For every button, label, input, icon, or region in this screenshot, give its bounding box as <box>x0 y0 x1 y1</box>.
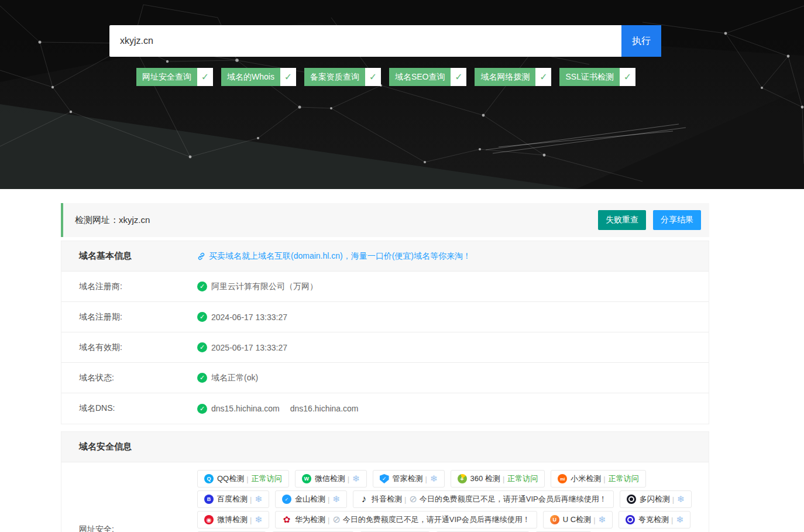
domain-status-value: 域名正常(ok) <box>211 373 258 383</box>
row-label: 域名有效期: <box>61 342 197 353</box>
badge-jinshan-detect[interactable]: ✓ 金山检测 | ❄ <box>275 490 347 508</box>
badge-wechat-detect[interactable]: W 微信检测 | ❄ <box>295 470 367 488</box>
360-icon: + <box>458 474 467 483</box>
quark-icon <box>626 515 635 524</box>
badge-douyin-detect[interactable]: ♪ 抖音检测 | ⊘ 今日的免费额度已不足，请开通VIP会员后再继续使用！ <box>353 490 614 508</box>
uc-icon: U <box>550 515 559 524</box>
row-label: 网址安全: <box>61 462 197 532</box>
row-label: 域名注册商: <box>61 282 197 292</box>
result-content: 检测网址：xkyjz.cn 失败重查 分享结果 域名基本信息 买卖域名就上域名互… <box>61 203 709 532</box>
check-icon: ✓ <box>197 282 207 291</box>
weibo-icon: ◉ <box>204 515 214 524</box>
loading-icon: ❄ <box>677 494 685 504</box>
option-label: 域名网络拨测 <box>475 68 535 86</box>
registration-date-value: 2024-06-17 13:33:27 <box>211 313 287 322</box>
section-title: 域名安全信息 <box>61 441 197 452</box>
page: 执行 网址安全查询 ✓ 域名的Whois ✓ 备案资质查询 ✓ 域名SEO查询 … <box>0 0 804 532</box>
option-ssl-cert[interactable]: SSL证书检测 ✓ <box>559 68 635 86</box>
result-header-bar: 检测网址：xkyjz.cn 失败重查 分享结果 <box>61 203 709 237</box>
douyin-icon: ♪ <box>360 495 368 504</box>
expiry-date-row: 域名有效期: ✓ 2025-06-17 13:33:27 <box>61 332 709 363</box>
badge-weibo-detect[interactable]: ◉ 微博检测 | ❄ <box>197 511 269 528</box>
option-network-probe[interactable]: 域名网络拨测 ✓ <box>475 68 551 86</box>
shield-icon: ✓ <box>380 474 389 483</box>
query-options: 网址安全查询 ✓ 域名的Whois ✓ 备案资质查询 ✓ 域名SEO查询 ✓ 域… <box>136 68 804 86</box>
option-label: 网址安全查询 <box>136 68 197 86</box>
promo-text: 买卖域名就上域名互联(domain.hl.cn)，海量一口价(便宜)域名等你来淘… <box>209 251 471 262</box>
option-label: 域名的Whois <box>221 68 280 86</box>
quota-exceeded-message: 今日的免费额度已不足，请开通VIP会员后再继续使用！ <box>343 514 530 525</box>
badge-row-2: B 百度检测 | ❄ ✓ 金山检测 | ❄ ♪ <box>197 490 692 508</box>
link-icon <box>197 252 205 260</box>
loading-icon: ❄ <box>352 473 360 484</box>
quota-exceeded-message: 今日的免费额度已不足，请开通VIP会员后再继续使用！ <box>420 494 607 504</box>
badge-row-1: Q QQ检测 | 正常访问 W 微信检测 | ❄ ✓ <box>197 470 692 488</box>
option-label: 备案资质查询 <box>304 68 365 86</box>
option-label: 域名SEO查询 <box>389 68 451 86</box>
checkbox-checked-icon[interactable]: ✓ <box>451 68 466 86</box>
badge-360-detect[interactable]: + 360 检测 | 正常访问 <box>451 470 545 488</box>
status-ok: 正常访问 <box>609 473 639 484</box>
retry-failed-button[interactable]: 失败重查 <box>598 210 646 230</box>
check-icon: ✓ <box>197 404 207 414</box>
basic-info-header-row: 域名基本信息 买卖域名就上域名互联(domain.hl.cn)，海量一口价(便宜… <box>61 241 709 272</box>
prohibited-icon: ⊘ <box>409 495 417 504</box>
loading-icon: ❄ <box>255 514 262 525</box>
badge-duoshan-detect[interactable]: 多闪检测 | ❄ <box>620 490 692 508</box>
xiaomi-icon: mi <box>558 474 567 483</box>
qq-icon: Q <box>204 474 214 483</box>
badge-xiaomi-detect[interactable]: mi 小米检测 | 正常访问 <box>551 470 645 488</box>
check-icon: ✓ <box>197 373 207 383</box>
badge-uc-detect[interactable]: U U C检测 | ❄ <box>543 511 613 528</box>
row-label: 域名注册期: <box>61 312 197 322</box>
search-input[interactable] <box>109 25 621 57</box>
kingsoft-icon: ✓ <box>282 495 291 504</box>
detection-badges: Q QQ检测 | 正常访问 W 微信检测 | ❄ ✓ <box>197 462 692 532</box>
badge-qq-detect[interactable]: Q QQ检测 | 正常访问 <box>197 470 289 488</box>
domain-market-promo-link[interactable]: 买卖域名就上域名互联(domain.hl.cn)，海量一口价(便宜)域名等你来淘… <box>197 251 471 262</box>
domain-search-bar: 执行 <box>109 25 661 57</box>
checkbox-checked-icon[interactable]: ✓ <box>197 68 213 86</box>
registrar-value: 阿里云计算有限公司（万网） <box>211 282 318 292</box>
badge-baidu-detect[interactable]: B 百度检测 | ❄ <box>197 490 269 508</box>
checkbox-checked-icon[interactable]: ✓ <box>620 68 635 86</box>
share-result-button[interactable]: 分享结果 <box>653 210 701 230</box>
domain-status-row: 域名状态: ✓ 域名正常(ok) <box>61 363 709 393</box>
execute-button[interactable]: 执行 <box>621 25 661 57</box>
row-label: 域名状态: <box>61 373 197 383</box>
status-ok: 正常访问 <box>252 473 282 484</box>
baidu-icon: B <box>204 495 214 504</box>
url-safety-row: 网址安全: Q QQ检测 | 正常访问 W 微信检测 | <box>61 462 709 532</box>
domain-basic-info-table: 域名基本信息 买卖域名就上域名互联(domain.hl.cn)，海量一口价(便宜… <box>61 241 709 424</box>
badge-huawei-detect[interactable]: ✿ 华为检测 | ⊘ 今日的免费额度已不足，请开通VIP会员后再继续使用！ <box>275 511 537 528</box>
option-icp-record[interactable]: 备案资质查询 ✓ <box>304 68 381 86</box>
huawei-icon: ✿ <box>282 515 291 524</box>
check-icon: ✓ <box>197 312 207 322</box>
expiry-date-value: 2025-06-17 13:33:27 <box>211 343 287 352</box>
checkbox-checked-icon[interactable]: ✓ <box>280 68 296 86</box>
loading-icon: ❄ <box>255 494 262 504</box>
badge-guanjia-detect[interactable]: ✓ 管家检测 | ❄ <box>373 470 445 488</box>
domain-security-info-table: 域名安全信息 网址安全: Q QQ检测 | 正常访问 W 微信检测 <box>61 431 709 532</box>
option-seo[interactable]: 域名SEO查询 ✓ <box>389 68 467 86</box>
loading-icon: ❄ <box>676 514 683 525</box>
badge-quark-detect[interactable]: 夸克检测 | ❄ <box>619 511 690 528</box>
security-info-header-row: 域名安全信息 <box>61 432 709 462</box>
hero-header: 执行 网址安全查询 ✓ 域名的Whois ✓ 备案资质查询 ✓ 域名SEO查询 … <box>0 0 804 189</box>
registration-date-row: 域名注册期: ✓ 2024-06-17 13:33:27 <box>61 302 709 332</box>
dns-value-1: dns15.hichina.com <box>211 404 280 413</box>
registrar-row: 域名注册商: ✓ 阿里云计算有限公司（万网） <box>61 272 709 302</box>
checked-domain: xkyjz.cn <box>119 215 150 225</box>
duoshan-icon <box>627 495 636 504</box>
option-whois[interactable]: 域名的Whois ✓ <box>221 68 296 86</box>
status-ok: 正常访问 <box>507 473 538 484</box>
loading-icon: ❄ <box>599 514 606 525</box>
loading-icon: ❄ <box>332 494 340 504</box>
row-label: 域名DNS: <box>61 403 197 414</box>
option-url-safety[interactable]: 网址安全查询 ✓ <box>136 68 213 86</box>
dns-value-2: dns16.hichina.com <box>290 404 359 413</box>
domain-dns-row: 域名DNS: ✓ dns15.hichina.com dns16.hichina… <box>61 393 709 424</box>
checkbox-checked-icon[interactable]: ✓ <box>365 68 381 86</box>
checkbox-checked-icon[interactable]: ✓ <box>535 68 551 86</box>
option-label: SSL证书检测 <box>559 68 619 86</box>
